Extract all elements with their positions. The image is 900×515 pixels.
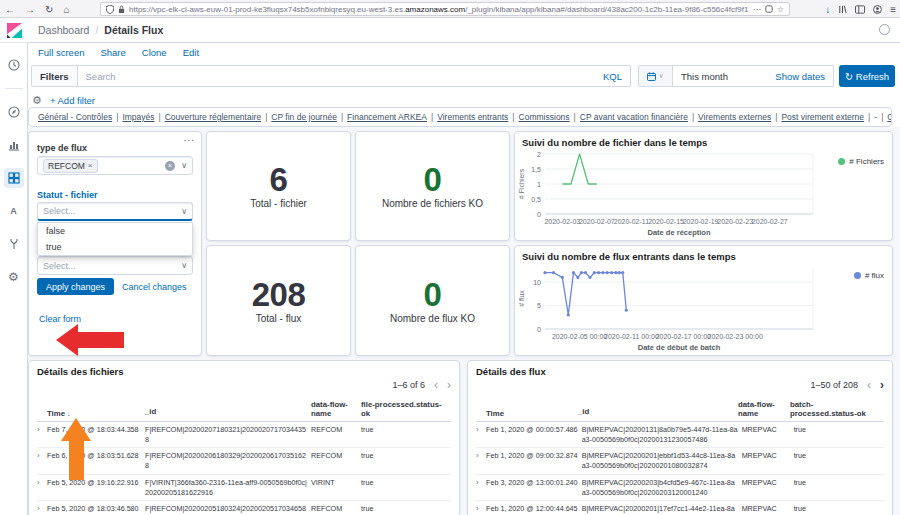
column-header[interactable]: data-flow-name: [738, 400, 790, 418]
table-cell: B|MREPVAC|20200201|ebbf1d53-44c8-11ea-8a…: [582, 451, 742, 470]
dashboard-link[interactable]: Général - Flux: [887, 112, 892, 122]
cancel-changes-button[interactable]: Cancel changes: [122, 282, 187, 292]
kibana-logo[interactable]: [0, 18, 28, 43]
expand-row-icon[interactable]: ›: [476, 478, 486, 488]
deployment-icon[interactable]: [879, 24, 890, 35]
apply-changes-button[interactable]: Apply changes: [37, 278, 114, 295]
expand-row-icon[interactable]: ›: [37, 478, 47, 488]
add-filter-button[interactable]: + Add filter: [50, 95, 95, 106]
dashboard-link[interactable]: Financement ARKEA: [347, 112, 427, 122]
statut-fichier-select[interactable]: Select... ∨: [37, 202, 193, 221]
legend-item[interactable]: # flux: [854, 271, 884, 280]
prev-page-icon[interactable]: ‹: [867, 379, 871, 391]
page-actions-icon[interactable]: ⋯: [753, 5, 761, 14]
link-separator: |: [775, 112, 777, 122]
kql-button[interactable]: KQL: [595, 71, 630, 82]
statut-flux-select[interactable]: Select... ∨: [37, 256, 193, 275]
management-icon[interactable]: ⚙: [4, 267, 24, 287]
downloads-icon[interactable]: ↓: [825, 4, 830, 15]
chevron-down-icon: ∨: [181, 161, 187, 170]
column-header[interactable]: _id: [578, 407, 738, 418]
option-true[interactable]: true: [38, 239, 192, 255]
bookmark-star-icon[interactable]: ☆: [777, 5, 784, 14]
account-icon[interactable]: [873, 5, 882, 14]
link-separator: |: [692, 112, 694, 122]
dashboard-link[interactable]: Post virement externe: [781, 112, 864, 122]
type-de-flux-combobox[interactable]: REFCOM× × ∨: [37, 156, 193, 175]
menu-icon[interactable]: ≡: [890, 4, 896, 15]
next-page-icon[interactable]: ›: [880, 379, 884, 391]
column-header[interactable]: _id: [145, 407, 311, 418]
clear-selection-icon[interactable]: ×: [165, 161, 175, 171]
discover-icon[interactable]: [4, 102, 24, 122]
apm-icon[interactable]: A: [4, 201, 24, 221]
expand-row-icon[interactable]: ›: [476, 425, 486, 435]
calendar-icon[interactable]: ∨: [639, 66, 673, 86]
visualize-icon[interactable]: [4, 135, 24, 155]
url-bar[interactable]: https://vpc-elk-cl-aws-euw-01-prod-ke3fl…: [100, 2, 790, 16]
table-cell: F|VIRINT|366fa360-2316-11ea-aff9-0050569…: [145, 478, 311, 497]
dashboard-link[interactable]: CP avant vacation financière: [580, 112, 688, 122]
link-separator: |: [574, 112, 576, 122]
dashboard-link[interactable]: Général - Contrôles: [38, 112, 112, 122]
prev-page-icon[interactable]: ‹: [434, 379, 438, 391]
metric-value: 208: [252, 278, 306, 311]
forward-icon[interactable]: →: [25, 4, 35, 15]
show-dates-button[interactable]: Show dates: [775, 71, 833, 82]
clone-button[interactable]: Clone: [142, 47, 167, 58]
dashboard-link[interactable]: Couverture réglementaire: [165, 112, 261, 122]
pocket-icon[interactable]: [765, 5, 773, 13]
pill-remove-icon[interactable]: ×: [88, 161, 93, 170]
search-input[interactable]: [78, 71, 595, 82]
link-separator: |: [159, 112, 161, 122]
expand-row-icon[interactable]: ›: [37, 451, 47, 461]
expand-row-icon[interactable]: ›: [476, 504, 486, 514]
metric-value: 6: [270, 163, 288, 196]
recently-viewed-icon[interactable]: [4, 55, 24, 75]
legend-item[interactable]: # Fichiers: [838, 157, 884, 166]
panel-options-icon[interactable]: ...: [184, 132, 195, 143]
svg-text:Date de réception: Date de réception: [648, 228, 711, 237]
sidebar-toggle-icon[interactable]: [855, 5, 865, 14]
expand-row-icon[interactable]: ›: [476, 451, 486, 461]
edit-button[interactable]: Edit: [183, 47, 199, 58]
breadcrumb-dashboard[interactable]: Dashboard: [38, 24, 89, 36]
table-title: Détails des flux: [476, 366, 546, 377]
column-header[interactable]: Time↓: [47, 409, 145, 418]
dashboard-link[interactable]: Virements externes: [698, 112, 771, 122]
filter-options-gear-icon[interactable]: ⚙: [32, 94, 42, 107]
dev-tools-icon[interactable]: [4, 234, 24, 254]
library-icon[interactable]: [838, 5, 847, 14]
tracking-shield-icon[interactable]: [106, 5, 114, 14]
column-header[interactable]: file-processed.status-ok: [361, 400, 451, 418]
expand-row-icon[interactable]: ›: [37, 504, 47, 514]
option-false[interactable]: false: [38, 223, 192, 239]
next-page-icon[interactable]: ›: [447, 379, 451, 391]
dashboard-link[interactable]: CP fin de journée: [271, 112, 337, 122]
share-button[interactable]: Share: [100, 47, 125, 58]
legend-dot: [838, 158, 845, 165]
column-header[interactable]: data-flow-name: [311, 400, 361, 418]
clear-form-button[interactable]: Clear form: [39, 314, 81, 324]
reload-icon[interactable]: ↻: [45, 4, 53, 15]
link-dash: -: [874, 112, 877, 122]
column-header[interactable]: Time: [486, 409, 578, 418]
back-icon[interactable]: ←: [5, 4, 15, 15]
url-text[interactable]: https://vpc-elk-cl-aws-euw-01-prod-ke3fl…: [129, 5, 749, 14]
column-header[interactable]: batch-processed.status-ok: [790, 400, 884, 418]
time-range-value[interactable]: This month: [673, 71, 728, 82]
svg-text:# Fichiers: # Fichiers: [518, 168, 525, 199]
legend-dot: [854, 272, 861, 279]
table-cell: REFCOM: [311, 425, 361, 434]
full-screen-button[interactable]: Full screen: [38, 47, 84, 58]
home-icon[interactable]: ⌂: [63, 4, 69, 15]
svg-text:2020-02-11 00:00: 2020-02-11 00:00: [604, 333, 659, 340]
link-separator: |: [512, 112, 514, 122]
refresh-button[interactable]: ↻Refresh: [839, 65, 895, 87]
expand-row-icon[interactable]: ›: [37, 425, 47, 435]
dashboard-link[interactable]: Commissions: [519, 112, 570, 122]
dashboard-icon[interactable]: [4, 168, 24, 188]
table-pagination: 1–50 of 208 ‹ ›: [810, 379, 884, 391]
dashboard-link[interactable]: Virements entrants: [437, 112, 508, 122]
dashboard-link[interactable]: Impayés: [122, 112, 154, 122]
